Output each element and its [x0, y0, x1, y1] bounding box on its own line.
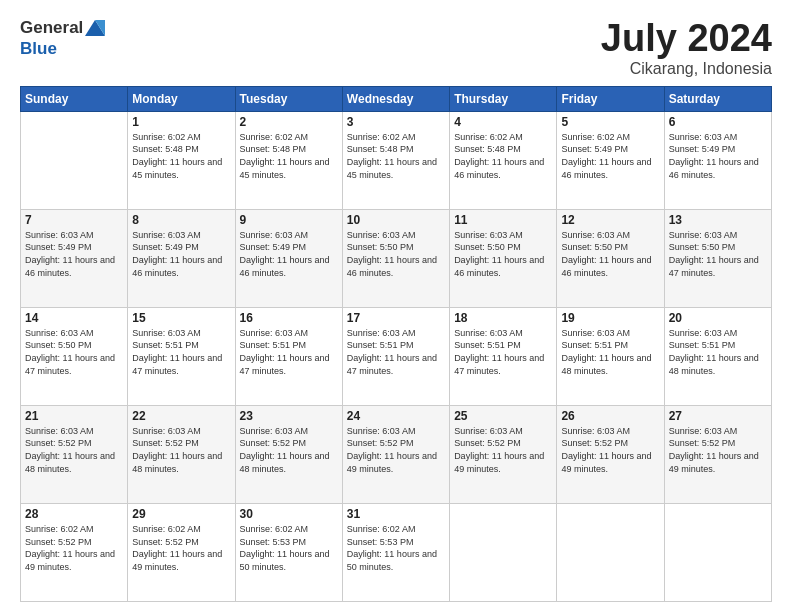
calendar-cell: 13Sunrise: 6:03 AMSunset: 5:50 PMDayligh…	[664, 209, 771, 307]
day-number: 28	[25, 507, 123, 521]
calendar-cell: 2Sunrise: 6:02 AMSunset: 5:48 PMDaylight…	[235, 111, 342, 209]
calendar-week-row: 28Sunrise: 6:02 AMSunset: 5:52 PMDayligh…	[21, 503, 772, 601]
calendar-header-wednesday: Wednesday	[342, 86, 449, 111]
logo-blue: Blue	[20, 39, 57, 58]
day-number: 9	[240, 213, 338, 227]
day-number: 22	[132, 409, 230, 423]
day-info: Sunrise: 6:03 AMSunset: 5:49 PMDaylight:…	[25, 229, 123, 279]
day-info: Sunrise: 6:03 AMSunset: 5:50 PMDaylight:…	[561, 229, 659, 279]
day-number: 13	[669, 213, 767, 227]
day-info: Sunrise: 6:03 AMSunset: 5:52 PMDaylight:…	[240, 425, 338, 475]
day-info: Sunrise: 6:03 AMSunset: 5:52 PMDaylight:…	[669, 425, 767, 475]
calendar-cell: 11Sunrise: 6:03 AMSunset: 5:50 PMDayligh…	[450, 209, 557, 307]
calendar-cell: 28Sunrise: 6:02 AMSunset: 5:52 PMDayligh…	[21, 503, 128, 601]
day-number: 4	[454, 115, 552, 129]
day-number: 30	[240, 507, 338, 521]
day-number: 29	[132, 507, 230, 521]
day-info: Sunrise: 6:02 AMSunset: 5:53 PMDaylight:…	[240, 523, 338, 573]
calendar-header-row: SundayMondayTuesdayWednesdayThursdayFrid…	[21, 86, 772, 111]
calendar-cell: 22Sunrise: 6:03 AMSunset: 5:52 PMDayligh…	[128, 405, 235, 503]
day-number: 2	[240, 115, 338, 129]
day-number: 26	[561, 409, 659, 423]
day-info: Sunrise: 6:03 AMSunset: 5:50 PMDaylight:…	[454, 229, 552, 279]
calendar-cell: 21Sunrise: 6:03 AMSunset: 5:52 PMDayligh…	[21, 405, 128, 503]
calendar-cell: 16Sunrise: 6:03 AMSunset: 5:51 PMDayligh…	[235, 307, 342, 405]
day-info: Sunrise: 6:02 AMSunset: 5:49 PMDaylight:…	[561, 131, 659, 181]
calendar-cell: 8Sunrise: 6:03 AMSunset: 5:49 PMDaylight…	[128, 209, 235, 307]
calendar-cell: 31Sunrise: 6:02 AMSunset: 5:53 PMDayligh…	[342, 503, 449, 601]
day-number: 16	[240, 311, 338, 325]
calendar-cell: 12Sunrise: 6:03 AMSunset: 5:50 PMDayligh…	[557, 209, 664, 307]
day-number: 1	[132, 115, 230, 129]
calendar-cell: 9Sunrise: 6:03 AMSunset: 5:49 PMDaylight…	[235, 209, 342, 307]
day-number: 7	[25, 213, 123, 227]
calendar-cell: 15Sunrise: 6:03 AMSunset: 5:51 PMDayligh…	[128, 307, 235, 405]
day-info: Sunrise: 6:03 AMSunset: 5:51 PMDaylight:…	[561, 327, 659, 377]
calendar-week-row: 7Sunrise: 6:03 AMSunset: 5:49 PMDaylight…	[21, 209, 772, 307]
day-info: Sunrise: 6:03 AMSunset: 5:51 PMDaylight:…	[454, 327, 552, 377]
day-number: 21	[25, 409, 123, 423]
calendar-cell: 5Sunrise: 6:02 AMSunset: 5:49 PMDaylight…	[557, 111, 664, 209]
day-number: 27	[669, 409, 767, 423]
calendar-header-friday: Friday	[557, 86, 664, 111]
day-number: 20	[669, 311, 767, 325]
day-number: 10	[347, 213, 445, 227]
calendar-cell: 4Sunrise: 6:02 AMSunset: 5:48 PMDaylight…	[450, 111, 557, 209]
calendar-cell: 3Sunrise: 6:02 AMSunset: 5:48 PMDaylight…	[342, 111, 449, 209]
day-info: Sunrise: 6:02 AMSunset: 5:48 PMDaylight:…	[132, 131, 230, 181]
day-info: Sunrise: 6:03 AMSunset: 5:50 PMDaylight:…	[347, 229, 445, 279]
day-info: Sunrise: 6:03 AMSunset: 5:51 PMDaylight:…	[240, 327, 338, 377]
calendar-week-row: 1Sunrise: 6:02 AMSunset: 5:48 PMDaylight…	[21, 111, 772, 209]
calendar-cell	[664, 503, 771, 601]
day-info: Sunrise: 6:03 AMSunset: 5:52 PMDaylight:…	[454, 425, 552, 475]
calendar-cell: 19Sunrise: 6:03 AMSunset: 5:51 PMDayligh…	[557, 307, 664, 405]
calendar-table: SundayMondayTuesdayWednesdayThursdayFrid…	[20, 86, 772, 602]
calendar-header-monday: Monday	[128, 86, 235, 111]
month-title: July 2024	[601, 18, 772, 60]
calendar-cell: 1Sunrise: 6:02 AMSunset: 5:48 PMDaylight…	[128, 111, 235, 209]
day-info: Sunrise: 6:03 AMSunset: 5:52 PMDaylight:…	[347, 425, 445, 475]
day-number: 11	[454, 213, 552, 227]
day-info: Sunrise: 6:02 AMSunset: 5:48 PMDaylight:…	[240, 131, 338, 181]
day-info: Sunrise: 6:03 AMSunset: 5:52 PMDaylight:…	[132, 425, 230, 475]
day-number: 19	[561, 311, 659, 325]
day-number: 18	[454, 311, 552, 325]
calendar-week-row: 21Sunrise: 6:03 AMSunset: 5:52 PMDayligh…	[21, 405, 772, 503]
day-number: 3	[347, 115, 445, 129]
day-number: 31	[347, 507, 445, 521]
calendar-cell: 10Sunrise: 6:03 AMSunset: 5:50 PMDayligh…	[342, 209, 449, 307]
calendar-header-sunday: Sunday	[21, 86, 128, 111]
calendar-cell	[21, 111, 128, 209]
calendar-cell: 23Sunrise: 6:03 AMSunset: 5:52 PMDayligh…	[235, 405, 342, 503]
header: General Blue July 2024 Cikarang, Indones…	[20, 18, 772, 78]
day-info: Sunrise: 6:03 AMSunset: 5:49 PMDaylight:…	[669, 131, 767, 181]
day-info: Sunrise: 6:03 AMSunset: 5:52 PMDaylight:…	[561, 425, 659, 475]
day-info: Sunrise: 6:03 AMSunset: 5:50 PMDaylight:…	[25, 327, 123, 377]
day-number: 12	[561, 213, 659, 227]
day-number: 5	[561, 115, 659, 129]
calendar-header-tuesday: Tuesday	[235, 86, 342, 111]
title-block: July 2024 Cikarang, Indonesia	[601, 18, 772, 78]
day-info: Sunrise: 6:02 AMSunset: 5:48 PMDaylight:…	[454, 131, 552, 181]
location: Cikarang, Indonesia	[601, 60, 772, 78]
day-info: Sunrise: 6:03 AMSunset: 5:51 PMDaylight:…	[347, 327, 445, 377]
calendar-cell: 17Sunrise: 6:03 AMSunset: 5:51 PMDayligh…	[342, 307, 449, 405]
day-number: 24	[347, 409, 445, 423]
day-number: 23	[240, 409, 338, 423]
day-number: 6	[669, 115, 767, 129]
calendar-cell: 30Sunrise: 6:02 AMSunset: 5:53 PMDayligh…	[235, 503, 342, 601]
logo-icon	[85, 18, 105, 38]
day-info: Sunrise: 6:03 AMSunset: 5:52 PMDaylight:…	[25, 425, 123, 475]
calendar-cell: 6Sunrise: 6:03 AMSunset: 5:49 PMDaylight…	[664, 111, 771, 209]
day-number: 17	[347, 311, 445, 325]
calendar-cell: 27Sunrise: 6:03 AMSunset: 5:52 PMDayligh…	[664, 405, 771, 503]
calendar-cell: 20Sunrise: 6:03 AMSunset: 5:51 PMDayligh…	[664, 307, 771, 405]
calendar-cell: 24Sunrise: 6:03 AMSunset: 5:52 PMDayligh…	[342, 405, 449, 503]
day-number: 8	[132, 213, 230, 227]
day-number: 15	[132, 311, 230, 325]
calendar-cell: 7Sunrise: 6:03 AMSunset: 5:49 PMDaylight…	[21, 209, 128, 307]
logo: General Blue	[20, 18, 105, 59]
day-info: Sunrise: 6:02 AMSunset: 5:52 PMDaylight:…	[132, 523, 230, 573]
calendar-header-saturday: Saturday	[664, 86, 771, 111]
day-info: Sunrise: 6:02 AMSunset: 5:53 PMDaylight:…	[347, 523, 445, 573]
